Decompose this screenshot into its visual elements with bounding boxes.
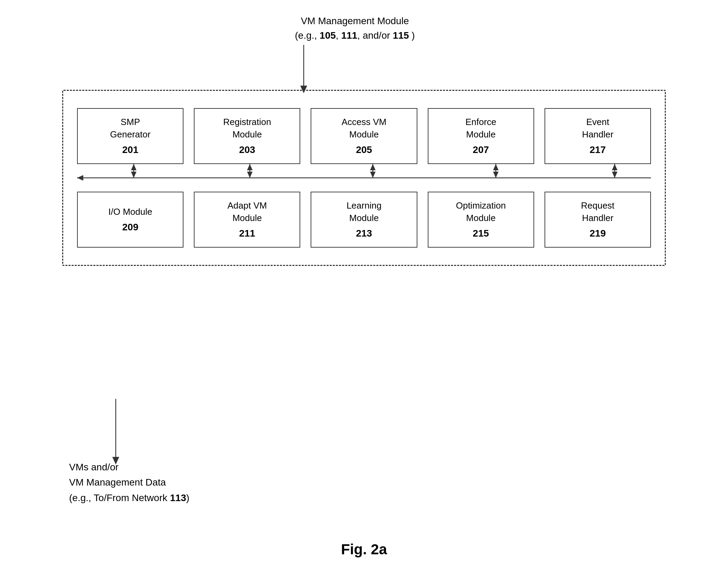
enforce-module-num: 207 — [473, 143, 489, 156]
main-box: SMPGenerator 201 RegistrationModule 203 … — [62, 90, 666, 266]
top-annotation: VM Management Module (e.g., 105, 111, an… — [295, 14, 415, 43]
svg-marker-11 — [370, 172, 376, 178]
bottom-annotation-line3: (e.g., To/From Network 113) — [69, 492, 189, 503]
bottom-annotation-line2: VM Management Data — [69, 477, 166, 488]
smp-generator-box: SMPGenerator 201 — [77, 108, 183, 164]
bottom-annotation: VMs and/or VM Management Data (e.g., To/… — [69, 460, 189, 506]
svg-marker-4 — [131, 164, 136, 170]
io-module-box: I/O Module 209 — [77, 192, 183, 248]
page-container: VM Management Module (e.g., 105, 111, an… — [0, 0, 728, 575]
svg-marker-16 — [612, 164, 617, 170]
smp-generator-num: 201 — [122, 143, 139, 156]
svg-marker-13 — [493, 164, 499, 170]
access-vm-module-num: 205 — [356, 143, 372, 156]
optimization-module-label: OptimizationModule — [456, 199, 506, 224]
io-module-num: 209 — [122, 220, 139, 234]
top-arrow-svg — [295, 45, 312, 93]
svg-marker-17 — [612, 172, 617, 178]
learning-module-num: 213 — [356, 227, 372, 240]
bottom-module-row: I/O Module 209 Adapt VMModule 211 Learni… — [77, 192, 651, 248]
top-annotation-line1: VM Management Module — [301, 16, 409, 26]
svg-marker-7 — [247, 164, 253, 170]
io-module-label: I/O Module — [108, 205, 152, 218]
smp-generator-label: SMPGenerator — [110, 116, 151, 141]
access-vm-module-label: Access VMModule — [341, 116, 386, 141]
learning-module-label: LearningModule — [347, 199, 381, 224]
top-module-row: SMPGenerator 201 RegistrationModule 203 … — [77, 108, 651, 164]
access-vm-module-box: Access VMModule 205 — [311, 108, 417, 164]
svg-marker-1 — [77, 175, 83, 181]
registration-module-box: RegistrationModule 203 — [194, 108, 300, 164]
top-annotation-line2: (e.g., 105, 111, and/or 115 ) — [295, 30, 415, 41]
optimization-module-num: 215 — [473, 227, 489, 240]
fig-label: Fig. 2a — [341, 541, 387, 558]
adapt-vm-module-label: Adapt VMModule — [227, 199, 267, 224]
svg-marker-14 — [493, 172, 499, 178]
request-handler-box: RequestHandler 219 — [545, 192, 651, 248]
svg-marker-19 — [300, 86, 307, 93]
registration-module-label: RegistrationModule — [223, 116, 271, 141]
event-handler-box: EventHandler 217 — [545, 108, 651, 164]
event-handler-label: EventHandler — [582, 116, 613, 141]
learning-module-box: LearningModule 213 — [311, 192, 417, 248]
bus-area — [77, 164, 651, 192]
registration-module-num: 203 — [239, 143, 255, 156]
event-handler-num: 217 — [590, 143, 606, 156]
enforce-module-label: EnforceModule — [465, 116, 497, 141]
enforce-module-box: EnforceModule 207 — [428, 108, 534, 164]
request-handler-label: RequestHandler — [581, 199, 614, 224]
adapt-vm-module-num: 211 — [239, 227, 255, 240]
svg-marker-10 — [370, 164, 376, 170]
request-handler-num: 219 — [590, 227, 606, 240]
bottom-arrow-svg — [107, 399, 124, 468]
adapt-vm-module-box: Adapt VMModule 211 — [194, 192, 300, 248]
svg-marker-8 — [247, 172, 253, 178]
svg-marker-21 — [112, 457, 119, 464]
bus-svg — [77, 164, 651, 192]
optimization-module-box: OptimizationModule 215 — [428, 192, 534, 248]
svg-marker-5 — [131, 172, 136, 178]
